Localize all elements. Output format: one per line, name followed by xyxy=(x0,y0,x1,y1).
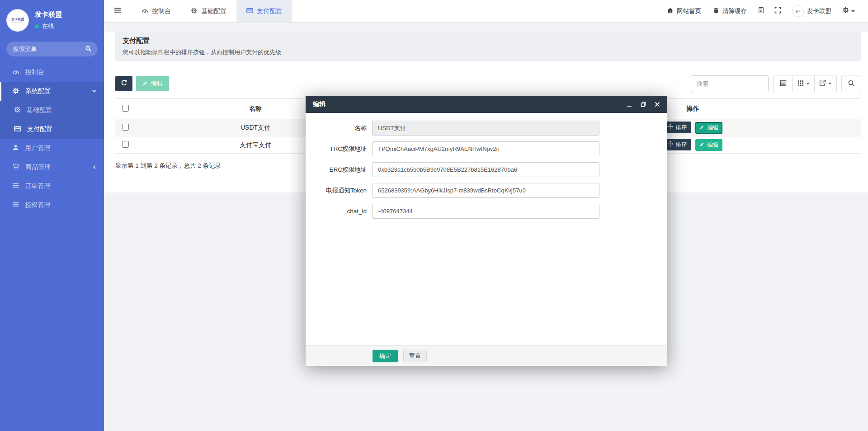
credit-card-icon xyxy=(246,7,253,15)
field-label-name: 名称 xyxy=(306,124,367,132)
confirm-button[interactable]: 确定 xyxy=(373,350,398,362)
edit-button[interactable]: 编辑 xyxy=(136,76,169,91)
avatar: 发卡 xyxy=(792,5,804,17)
gauge-icon xyxy=(142,7,148,15)
open-tabs: 控制台 基础配置 支付配置 xyxy=(132,0,292,22)
refresh-icon xyxy=(121,80,127,88)
page-description: 您可以拖动操作栏中的排序按钮，从而控制用户支付的优先级 xyxy=(123,48,854,56)
table-search-input[interactable] xyxy=(691,75,769,92)
detail-view-button[interactable] xyxy=(773,75,793,92)
sidebar-menu: 控制台 系统配置 基础配置 支付配置 xyxy=(0,63,104,215)
erc-address-field[interactable] xyxy=(372,162,599,177)
trash-icon xyxy=(713,7,719,15)
caret-down-icon xyxy=(806,83,810,84)
select-all-checkbox[interactable] xyxy=(122,105,129,112)
grid-icon xyxy=(797,80,804,88)
tab-dashboard[interactable]: 控制台 xyxy=(132,0,181,22)
table-controls xyxy=(691,75,861,92)
username: 发卡联盟 xyxy=(807,7,831,15)
sidebar-item-product-management[interactable]: 商品管理 xyxy=(0,158,104,177)
move-icon xyxy=(667,124,673,131)
view-buttons xyxy=(773,75,837,92)
online-status-dot xyxy=(35,24,39,28)
sidebar-item-user-management[interactable]: 用户管理 xyxy=(0,139,104,158)
top-navbar: 控制台 基础配置 支付配置 网站首页 清除缓存 xyxy=(104,0,868,23)
search-icon xyxy=(85,45,92,54)
brand-logo-text: 发卡联盟 xyxy=(11,17,24,21)
sidebar-item-basic-config[interactable]: 基础配置 xyxy=(0,101,104,120)
tab-payment-config[interactable]: 支付配置 xyxy=(236,0,292,22)
gear-icon xyxy=(14,106,21,114)
dialog-title: 编辑 xyxy=(313,100,326,108)
docs-button[interactable] xyxy=(753,0,769,23)
name-field[interactable] xyxy=(372,121,599,136)
field-label-chat-id: chat_id xyxy=(306,208,367,215)
sidebar-item-auth-management[interactable]: 授权管理 xyxy=(0,196,104,215)
pencil-icon xyxy=(699,142,704,148)
field-label-telegram-token: 电报通知Token xyxy=(306,187,367,195)
export-icon xyxy=(819,80,826,88)
row-checkbox[interactable] xyxy=(122,124,129,131)
minimize-icon[interactable] xyxy=(627,102,632,107)
table-toolbar: 编辑 xyxy=(115,75,861,92)
chevron-left-icon xyxy=(92,164,97,171)
tab-basic-config[interactable]: 基础配置 xyxy=(181,0,236,22)
credit-card-icon xyxy=(14,125,21,134)
field-label-trc-address: TRC权限地址 xyxy=(306,145,367,153)
fullscreen-button[interactable] xyxy=(769,0,786,23)
sidebar-search-input[interactable] xyxy=(6,42,98,56)
settings-menu-button[interactable] xyxy=(837,0,860,23)
dialog-header[interactable]: 编辑 xyxy=(306,96,667,113)
clear-cache-button[interactable]: 清除缓存 xyxy=(707,0,753,23)
close-icon[interactable] xyxy=(655,102,660,107)
site-home-link[interactable]: 网站首页 xyxy=(661,0,707,23)
sidebar-item-system-config[interactable]: 系统配置 xyxy=(0,82,104,101)
gauge-icon xyxy=(12,68,19,77)
sidebar-header: 发卡联盟 CARD UNION 发卡联盟 在线 xyxy=(0,0,104,39)
home-icon xyxy=(667,7,674,15)
gear-icon xyxy=(842,7,849,15)
brand-name: 发卡联盟 xyxy=(35,10,62,19)
move-icon xyxy=(667,141,673,148)
sidebar-item-payment-config[interactable]: 支付配置 xyxy=(0,120,104,139)
page-header: 支付配置 您可以拖动操作栏中的排序按钮，从而控制用户支付的优先级 xyxy=(115,32,861,61)
dialog-body: 名称 TRC权限地址 ERC权限地址 电报通知Token chat_id xyxy=(306,113,667,219)
gear-icon xyxy=(191,7,198,15)
caret-down-icon xyxy=(828,83,832,84)
pencil-icon xyxy=(699,125,704,131)
row-edit-button[interactable]: 编辑 xyxy=(695,122,722,134)
maximize-icon[interactable] xyxy=(641,102,646,107)
document-icon xyxy=(758,7,764,15)
sidebar-toggle-button[interactable] xyxy=(104,0,132,22)
reset-button[interactable]: 重置 xyxy=(403,350,427,362)
sidebar: 发卡联盟 CARD UNION 发卡联盟 在线 控制台 系统配置 xyxy=(0,0,104,431)
chevron-down-icon xyxy=(92,88,97,95)
online-status-label: 在线 xyxy=(42,22,54,30)
page-title: 支付配置 xyxy=(123,37,854,45)
chat-id-field[interactable] xyxy=(372,204,599,219)
cart-icon xyxy=(12,163,19,172)
row-edit-button[interactable]: 编辑 xyxy=(695,139,722,151)
columns-button[interactable] xyxy=(793,75,815,92)
telegram-token-field[interactable] xyxy=(372,183,599,198)
row-checkbox[interactable] xyxy=(122,141,129,148)
sidebar-item-order-management[interactable]: 订单管理 xyxy=(0,177,104,196)
brand-logo: 发卡联盟 CARD UNION xyxy=(6,9,29,32)
dialog-footer: 确定 重置 xyxy=(306,345,667,366)
caret-down-icon xyxy=(851,10,855,12)
refresh-button[interactable] xyxy=(115,76,132,91)
expand-icon xyxy=(774,7,781,15)
gear-icon xyxy=(12,87,19,96)
field-label-erc-address: ERC权限地址 xyxy=(306,166,367,174)
list-icon xyxy=(12,201,19,209)
edit-dialog: 编辑 名称 TRC权限地址 ERC权限地址 电报通知Token xyxy=(306,96,667,366)
search-icon xyxy=(848,80,855,88)
export-button[interactable] xyxy=(815,75,837,92)
navbar-right: 网站首页 清除缓存 发卡 发卡联盟 xyxy=(661,0,868,23)
toggle-search-button[interactable] xyxy=(841,75,861,92)
user-menu[interactable]: 发卡 发卡联盟 xyxy=(786,0,837,23)
list-icon xyxy=(12,182,19,190)
sidebar-item-dashboard[interactable]: 控制台 xyxy=(0,63,104,82)
detail-view-icon xyxy=(779,80,787,88)
trc-address-field[interactable] xyxy=(372,141,599,156)
